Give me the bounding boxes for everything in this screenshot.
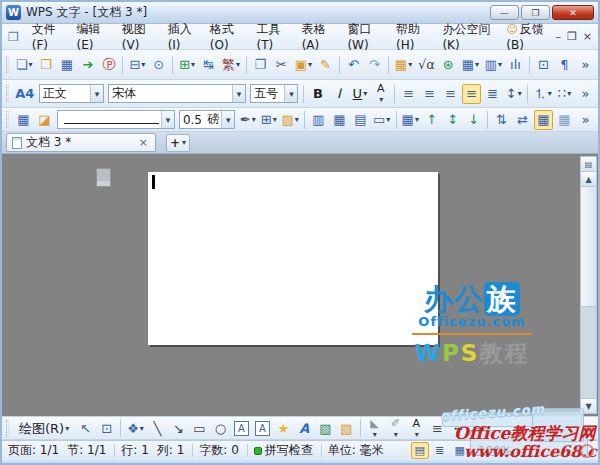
- chevron-down-icon[interactable]: ▾: [232, 85, 245, 102]
- undo-button[interactable]: ↶: [344, 55, 363, 75]
- tab-document-3[interactable]: 文档 3 * ×: [6, 133, 156, 152]
- cut-button[interactable]: ✂: [272, 55, 291, 75]
- zoom-value[interactable]: 100%: [478, 444, 512, 458]
- vertical-scrollbar[interactable]: ▤ ▲ ▼: [580, 156, 597, 414]
- insert-table-button[interactable]: ▦▾: [460, 55, 481, 75]
- quick-calc-button[interactable]: ▦▾: [393, 55, 414, 75]
- export-button[interactable]: ➔: [78, 55, 97, 75]
- tab-close-icon[interactable]: ×: [137, 136, 150, 149]
- line-button[interactable]: ╲: [148, 418, 167, 438]
- numbering-button[interactable]: ⒈▾: [532, 84, 553, 104]
- chevron-down-icon[interactable]: ▾: [29, 60, 33, 69]
- hyperlink-button[interactable]: ⊛: [439, 55, 458, 75]
- vertical-text-box-button[interactable]: A: [253, 418, 272, 438]
- chevron-down-icon[interactable]: ▾: [373, 430, 377, 439]
- doc-minimize-button[interactable]: –: [555, 30, 561, 43]
- paste-button[interactable]: ▣▾: [293, 55, 314, 75]
- underline-button[interactable]: U▾: [350, 84, 369, 104]
- oval-button[interactable]: ○: [211, 418, 230, 438]
- bold-button[interactable]: B: [308, 84, 327, 104]
- menu-file[interactable]: 文件(F): [25, 18, 70, 55]
- menu-help[interactable]: 帮助(H): [389, 18, 435, 55]
- print-preview-button[interactable]: ⊙: [149, 55, 168, 75]
- status-word-count[interactable]: 字数: 0: [199, 442, 239, 459]
- text-box-button[interactable]: A: [232, 418, 251, 438]
- distributed-button[interactable]: ≣: [483, 84, 502, 104]
- chevron-down-icon[interactable]: ▾: [415, 430, 419, 439]
- scrollbar-thumb[interactable]: [581, 187, 596, 307]
- toolbar-grip[interactable]: [6, 420, 9, 437]
- distribute-rows-button[interactable]: ⇅: [492, 110, 511, 130]
- document-page[interactable]: [148, 172, 438, 345]
- chevron-down-icon[interactable]: ▾: [415, 115, 419, 124]
- align-left-button[interactable]: ≡: [399, 84, 418, 104]
- align-center-button[interactable]: ≡: [420, 84, 439, 104]
- chevron-down-icon[interactable]: ▾: [182, 138, 186, 147]
- format-painter-button[interactable]: ✎: [316, 55, 335, 75]
- toolbar-grip[interactable]: [6, 85, 9, 102]
- toolbar-grip[interactable]: [6, 111, 9, 128]
- cell-align-top-button[interactable]: ↑: [422, 110, 441, 130]
- borders-button[interactable]: ⊞▾: [259, 110, 278, 130]
- dash-style-button[interactable]: ┅: [449, 418, 468, 438]
- menu-office-space[interactable]: 办公空间(K): [435, 18, 499, 55]
- split-table-button[interactable]: ▤: [351, 110, 370, 130]
- page-setup-button[interactable]: ↹: [199, 55, 218, 75]
- save-button[interactable]: ▦: [57, 55, 76, 75]
- cell-align-middle-button[interactable]: ↕: [443, 110, 462, 130]
- chevron-down-icon[interactable]: ▾: [140, 424, 144, 433]
- toolbar-overflow-button[interactable]: »: [576, 84, 595, 104]
- redo-button[interactable]: ↷: [365, 55, 384, 75]
- menu-insert[interactable]: 插入(I): [161, 18, 203, 55]
- select-objects-button[interactable]: ⊡: [97, 418, 116, 438]
- menu-view[interactable]: 视图(V): [115, 18, 161, 55]
- menu-table[interactable]: 表格(A): [295, 18, 341, 55]
- formula-button[interactable]: √α: [416, 55, 437, 75]
- chevron-down-icon[interactable]: ▾: [221, 111, 234, 128]
- line-style-button[interactable]: ≡: [428, 418, 447, 438]
- chevron-down-icon[interactable]: ▾: [408, 60, 412, 69]
- select-button[interactable]: ↖: [76, 418, 95, 438]
- close-button[interactable]: ✕: [552, 5, 594, 20]
- fit-window-button[interactable]: ▦: [534, 110, 553, 130]
- export-pdf-button[interactable]: Ⓟ: [99, 55, 118, 75]
- toolbar-overflow-button[interactable]: »: [576, 55, 595, 75]
- insert-blank-page-button[interactable]: ⊞▾: [177, 55, 197, 75]
- wordart-button[interactable]: A: [295, 418, 314, 438]
- menu-format[interactable]: 格式(O): [203, 18, 250, 55]
- page-view-button[interactable]: ▤: [411, 442, 429, 459]
- title-row-repeat-button[interactable]: ▭▾: [372, 110, 392, 130]
- star-button[interactable]: ★: [274, 418, 293, 438]
- web-layout-button[interactable]: ▦: [451, 442, 469, 459]
- line-style-combo[interactable]: ▾: [57, 110, 175, 129]
- draw-table-button[interactable]: ▦: [14, 110, 33, 130]
- chevron-down-icon[interactable]: ▾: [567, 89, 571, 98]
- document-restore-icon[interactable]: ❐: [8, 30, 19, 44]
- insert-image-button[interactable]: ▧: [337, 418, 356, 438]
- chevron-down-icon[interactable]: ▾: [548, 89, 552, 98]
- print-button[interactable]: ⊟▾: [127, 55, 147, 75]
- justify-button[interactable]: ≡: [462, 84, 481, 104]
- shading-color-button[interactable]: ▨▾: [280, 110, 300, 130]
- menu-window[interactable]: 窗口(W): [340, 18, 389, 55]
- chevron-down-icon[interactable]: ▾: [394, 430, 398, 439]
- arrow-button[interactable]: ↘: [169, 418, 188, 438]
- formatting-marks-button[interactable]: ¶: [555, 55, 574, 75]
- chevron-down-icon[interactable]: ▾: [273, 115, 277, 124]
- chevron-down-icon[interactable]: ▾: [65, 424, 69, 433]
- document-map-button[interactable]: ⊡: [534, 55, 553, 75]
- new-document-button[interactable]: ❏▾: [14, 55, 35, 75]
- chevron-down-icon[interactable]: ▾: [295, 115, 299, 124]
- chevron-down-icon[interactable]: ▾: [475, 60, 479, 69]
- scroll-down-icon[interactable]: ▼: [581, 398, 596, 413]
- chevron-down-icon[interactable]: ▾: [498, 60, 502, 69]
- italic-button[interactable]: I: [329, 84, 348, 104]
- chevron-down-icon[interactable]: ▾: [284, 85, 297, 102]
- table-eraser-button[interactable]: ◪: [35, 110, 54, 130]
- merge-cells-button[interactable]: ▥: [309, 110, 328, 130]
- chevron-down-icon[interactable]: ▾: [161, 111, 174, 128]
- toolbar-grip[interactable]: [6, 56, 9, 73]
- insert-picture-button[interactable]: ▧: [316, 418, 335, 438]
- chart-button[interactable]: ılı: [506, 55, 525, 75]
- doc-restore-button[interactable]: ❐: [567, 30, 577, 43]
